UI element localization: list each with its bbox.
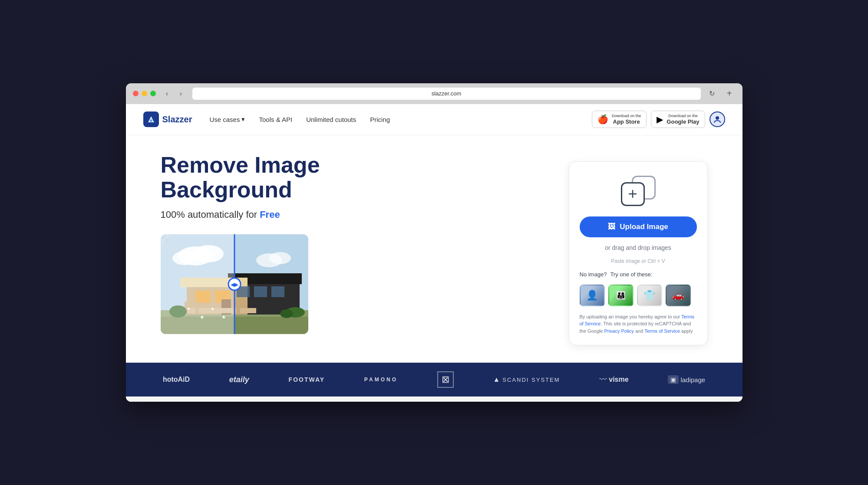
- back-button[interactable]: ‹: [161, 88, 173, 100]
- svg-point-7: [269, 252, 291, 264]
- apple-icon: 🍎: [597, 114, 608, 125]
- user-avatar[interactable]: [710, 111, 725, 127]
- app-store-small-text: Download on the: [612, 114, 641, 118]
- forward-button[interactable]: ›: [175, 88, 187, 100]
- sample-image-group[interactable]: [608, 285, 634, 306]
- google-play-small-text: Download on the: [667, 114, 699, 118]
- chevron-down-icon: [241, 115, 245, 123]
- no-image-label: No image?: [580, 271, 607, 278]
- hero-title: Remove Image Background: [161, 153, 413, 202]
- nav-buttons: ‹ ›: [161, 88, 187, 100]
- main-content: Remove Image Background 100% automatical…: [126, 135, 743, 363]
- svg-rect-23: [237, 301, 240, 315]
- demo-image-area: ◀▶ ★ ★ ★ ★: [161, 234, 308, 334]
- svg-rect-28: [161, 234, 165, 239]
- try-these-label: Try one of these:: [610, 271, 652, 278]
- app-store-large-text: App Store: [612, 118, 641, 125]
- partner-etaily: etaily: [229, 375, 249, 384]
- paste-text: Paste image or Ctrl + V: [611, 258, 665, 264]
- partner-scandi: ▲ SCANDI SYSTEM: [493, 376, 560, 383]
- svg-point-1: [716, 116, 719, 120]
- scrollbar-area[interactable]: [126, 397, 743, 402]
- terms-of-service-link-2[interactable]: Terms of Service: [644, 328, 680, 334]
- partner-strip: hotoAiD etaily FOOTWAY PAMONO ⊠ ▲ SCANDI…: [126, 363, 743, 397]
- google-play-large-text: Google Play: [667, 118, 699, 125]
- nav-right: 🍎 Download on the App Store ▶ Download o…: [592, 111, 725, 128]
- logo-text: Slazzer: [162, 115, 192, 125]
- browser-toolbar: ‹ › ↻ +: [126, 83, 743, 104]
- refresh-button[interactable]: ↻: [706, 88, 718, 100]
- terms-text: By uploading an image you hereby agree t…: [580, 313, 697, 335]
- hero-left: Remove Image Background 100% automatical…: [161, 153, 413, 334]
- upload-icon-area: [621, 176, 656, 206]
- google-play-button[interactable]: ▶ Download on the Google Play: [651, 111, 705, 128]
- sample-image-person[interactable]: [580, 285, 605, 306]
- svg-rect-30: [161, 239, 165, 243]
- svg-text:★: ★: [211, 306, 215, 311]
- navbar: Slazzer Use cases Tools & API Unlimited …: [126, 104, 743, 135]
- nav-unlimited-cutouts[interactable]: Unlimited cutouts: [306, 116, 356, 123]
- svg-rect-31: [165, 239, 169, 243]
- svg-rect-15: [254, 286, 267, 297]
- sample-images-section: No image? Try one of these:: [580, 271, 697, 306]
- browser-content: Slazzer Use cases Tools & API Unlimited …: [126, 104, 743, 402]
- svg-text:★: ★: [187, 306, 191, 311]
- upload-panel: 🖼 Upload Image or drag and drop images P…: [569, 161, 708, 346]
- partner-unknown: ⊠: [437, 371, 454, 388]
- sample-images: [580, 285, 697, 306]
- privacy-policy-link[interactable]: Privacy Policy: [604, 328, 634, 334]
- hero-subtitle: 100% automatically for Free: [161, 209, 413, 220]
- partner-pamono: PAMONO: [364, 377, 398, 383]
- browser-window: ‹ › ↻ + Slazzer Use cases: [126, 83, 743, 402]
- nav-use-cases[interactable]: Use cases: [209, 115, 245, 123]
- upload-image-button[interactable]: 🖼 Upload Image: [580, 216, 697, 237]
- partner-ladipage: ▣ ladipage: [668, 375, 705, 384]
- logo-area[interactable]: Slazzer: [143, 111, 192, 127]
- close-button[interactable]: [133, 91, 139, 96]
- partner-visme: 〰 visme: [599, 375, 628, 384]
- partner-footway: FOOTWAY: [289, 376, 325, 383]
- upload-button-label: Upload Image: [620, 223, 668, 231]
- logo-icon: [143, 111, 159, 127]
- svg-rect-16: [271, 286, 284, 297]
- sample-image-car[interactable]: [666, 285, 691, 306]
- minimize-button[interactable]: [142, 91, 147, 96]
- icon-square-front: [621, 182, 645, 206]
- svg-text:★: ★: [200, 314, 205, 320]
- traffic-lights: [133, 91, 156, 96]
- svg-text:★: ★: [221, 314, 226, 320]
- upload-image-icon: 🖼: [608, 223, 615, 231]
- nav-links: Use cases Tools & API Unlimited cutouts …: [209, 115, 591, 123]
- maximize-button[interactable]: [150, 91, 156, 96]
- drag-drop-text: or drag and drop images: [605, 244, 671, 251]
- svg-point-26: [280, 309, 293, 318]
- partner-photoid: hotoAiD: [163, 376, 190, 383]
- svg-rect-29: [165, 234, 169, 239]
- upload-icon-stack: [621, 176, 656, 206]
- svg-text:◀▶: ◀▶: [231, 282, 239, 288]
- new-tab-button[interactable]: +: [723, 88, 736, 100]
- nav-pricing[interactable]: Pricing: [370, 116, 390, 123]
- address-bar[interactable]: [192, 88, 701, 100]
- app-store-button[interactable]: 🍎 Download on the App Store: [592, 111, 647, 128]
- sample-image-clothing[interactable]: [637, 285, 662, 306]
- nav-tools-api[interactable]: Tools & API: [259, 116, 292, 123]
- google-play-icon: ▶: [657, 114, 663, 125]
- svg-point-0: [150, 119, 152, 122]
